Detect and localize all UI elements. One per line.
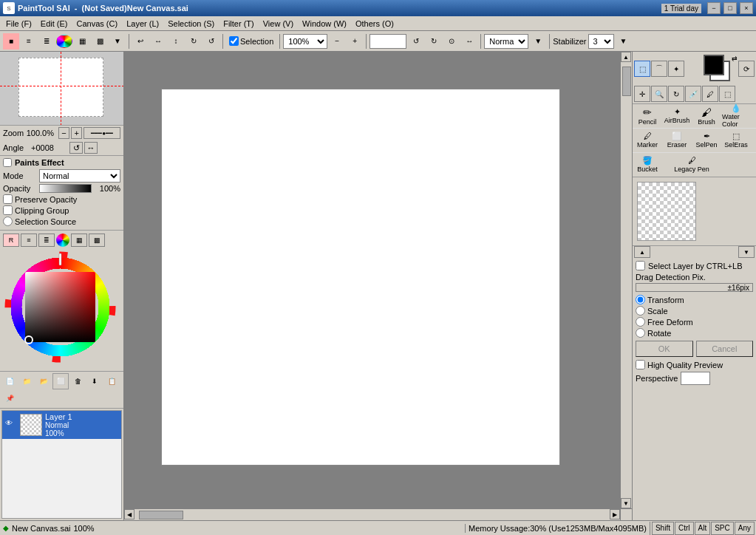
rotate-reset-btn[interactable]: ⊙ xyxy=(443,33,460,50)
select-layer-checkbox[interactable] xyxy=(636,261,645,270)
zoom-in-btn[interactable]: + xyxy=(347,33,363,50)
zoom-inc-btn[interactable]: + xyxy=(71,127,82,139)
paints-effect-checkbox[interactable] xyxy=(3,158,12,167)
toolbar-flip-h-btn[interactable]: ↔ xyxy=(150,33,166,50)
menu-file[interactable]: File (F) xyxy=(1,18,36,30)
close-button[interactable]: × xyxy=(740,2,753,14)
horizontal-scrollbar[interactable]: ◀ ▶ xyxy=(124,508,620,520)
brush-tool[interactable]: 🖌 Brush xyxy=(692,104,721,128)
toolbar-mixer-btn[interactable]: ▦ xyxy=(74,33,90,50)
spc-key-btn[interactable]: SPC xyxy=(711,522,734,535)
clipping-group-checkbox[interactable] xyxy=(3,205,13,215)
seleras-tool[interactable]: ⬚ SelEras xyxy=(721,129,751,152)
bucket-tool[interactable]: 🪣 Bucket xyxy=(633,153,662,177)
watercolor-tool[interactable]: 💧 Water Color xyxy=(721,104,751,128)
color-grid-btn[interactable]: ▦ xyxy=(71,234,87,247)
toolbar-flip-v-btn[interactable]: ↕ xyxy=(168,33,184,50)
scroll-up-btn[interactable]: ▲ xyxy=(621,52,631,62)
airbrush-tool[interactable]: ✦ AirBrush xyxy=(662,104,692,128)
layer-new-btn[interactable]: 📄 xyxy=(1,373,18,389)
preserve-opacity-checkbox[interactable] xyxy=(3,194,13,204)
layer-eye-icon[interactable]: 👁 xyxy=(5,419,17,431)
rotate-radio[interactable] xyxy=(636,328,645,338)
panel-scroll-up[interactable]: ▲ xyxy=(634,246,650,258)
selpen-tool[interactable]: ✒ SelPen xyxy=(692,129,721,152)
horizontal-scroll-thumb[interactable] xyxy=(139,511,183,519)
menu-view[interactable]: View (V) xyxy=(259,18,298,30)
legacypen-tool[interactable]: 🖋 Legacy Pen xyxy=(662,153,721,177)
menu-filter[interactable]: Filter (T) xyxy=(219,18,259,30)
foreground-color[interactable] xyxy=(704,55,724,75)
vertical-scrollbar[interactable]: ▲ ▼ xyxy=(620,52,632,508)
transform-radio[interactable] xyxy=(636,295,645,304)
canvas-area[interactable]: ▲ ▼ ◀ ▶ xyxy=(124,52,632,520)
selection-checkbox[interactable] xyxy=(229,36,239,46)
flip-canvas-btn[interactable]: ↔ xyxy=(461,33,477,50)
marker-tool[interactable]: 🖊 Marker xyxy=(633,129,662,152)
scroll-left-btn[interactable]: ◀ xyxy=(124,509,134,519)
color-gray-btn[interactable]: ▩ xyxy=(89,234,105,247)
angle-flip-btn[interactable]: ↔ xyxy=(84,142,98,154)
color-mode-rgb[interactable]: R xyxy=(3,234,19,247)
rotate-cw-btn[interactable]: ↻ xyxy=(426,33,442,50)
free-deform-radio[interactable] xyxy=(636,317,645,327)
any-key-btn[interactable]: Any xyxy=(735,522,755,535)
zoom-out-btn[interactable]: − xyxy=(329,33,345,50)
layer-delete-btn[interactable]: 🗑 xyxy=(69,373,86,389)
menu-window[interactable]: Window (W) xyxy=(298,18,351,30)
layer-copy-btn[interactable]: 📋 xyxy=(103,373,120,389)
move-tool-btn[interactable]: ✛ xyxy=(634,86,650,102)
toolbar-transform-btn[interactable]: ↩ xyxy=(132,33,149,50)
scroll-right-btn[interactable]: ▶ xyxy=(610,509,620,519)
zoom-tool-btn[interactable]: 🔍 xyxy=(651,86,667,102)
perspective-input[interactable]: 0 xyxy=(681,372,710,385)
menu-others[interactable]: Others (O) xyxy=(351,18,398,30)
menu-selection[interactable]: Selection (S) xyxy=(163,18,219,30)
toolbar-gray-btn[interactable]: ▩ xyxy=(92,33,108,50)
shift-key-btn[interactable]: Shift xyxy=(652,522,674,535)
layer-canvas-btn[interactable]: ⬜ xyxy=(52,373,69,389)
alt-key-btn[interactable]: Alt xyxy=(695,522,711,535)
toolbar-palette-btn[interactable]: ≣ xyxy=(38,33,55,50)
color-mode-hsv[interactable]: ≡ xyxy=(21,234,37,247)
maximize-button[interactable]: □ xyxy=(723,2,737,14)
minimize-button[interactable]: − xyxy=(707,2,721,14)
pencil-tool[interactable]: ✏ Pencil xyxy=(633,104,662,128)
scale-radio[interactable] xyxy=(636,306,645,316)
drawing-canvas[interactable] xyxy=(161,89,560,466)
color-wheel-btn[interactable] xyxy=(56,234,69,247)
layer-new-group-btn[interactable]: 📁 xyxy=(18,373,35,389)
panel-scroll-down[interactable]: ▼ xyxy=(738,246,755,258)
zoom-dec-btn[interactable]: − xyxy=(58,127,69,139)
layer-merge-btn[interactable]: ⬇ xyxy=(86,373,103,389)
select-rect-btn[interactable]: ⬚ xyxy=(634,61,650,77)
menu-edit[interactable]: Edit (E) xyxy=(36,18,72,30)
select-lasso-btn[interactable]: ⌒ xyxy=(651,61,667,77)
drag-bar[interactable]: ±16pix xyxy=(636,283,753,292)
toolbar-wheel-btn[interactable] xyxy=(56,35,72,48)
color-mode-cmyk[interactable]: ≣ xyxy=(38,234,55,247)
blend-mode-arrow[interactable]: ▼ xyxy=(530,33,546,50)
opacity-bar[interactable] xyxy=(39,184,92,193)
sub-tool-extra[interactable]: ⟳ xyxy=(738,61,755,77)
extra-tool-btn[interactable]: ⬚ xyxy=(719,86,735,102)
high-quality-checkbox[interactable] xyxy=(636,360,645,369)
color-wheel-container[interactable] xyxy=(3,250,121,368)
toolbar-hsv-btn[interactable]: ≡ xyxy=(21,33,37,50)
stabilizer-select[interactable]: 3 1 5 10 xyxy=(588,34,614,49)
blend-mode-select[interactable]: Normal Multiply Screen xyxy=(484,34,528,49)
menu-canvas[interactable]: Canvas (C) xyxy=(72,18,123,30)
toolbar-dropdown-btn[interactable]: ▼ xyxy=(109,33,126,50)
stabilizer-arrow[interactable]: ▼ xyxy=(616,33,632,50)
zoom-select[interactable]: 100% 50% 200% xyxy=(283,34,327,49)
vector-pen-btn[interactable]: 🖊 xyxy=(702,86,718,102)
layer-item[interactable]: 👁 Layer 1 Normal 100% xyxy=(2,411,121,439)
cancel-button[interactable]: Cancel xyxy=(696,341,754,357)
menu-layer[interactable]: Layer (L) xyxy=(122,18,163,30)
eyedrop-btn[interactable]: 💉 xyxy=(685,86,701,102)
angle-reset-btn[interactable]: ↺ xyxy=(69,142,83,154)
layer-paste-btn[interactable]: 📌 xyxy=(1,390,18,406)
scroll-down-btn[interactable]: ▼ xyxy=(621,498,631,508)
toolbar-rotate-btn[interactable]: ↻ xyxy=(185,33,202,50)
eraser-tool[interactable]: ⬜ Eraser xyxy=(662,129,692,152)
